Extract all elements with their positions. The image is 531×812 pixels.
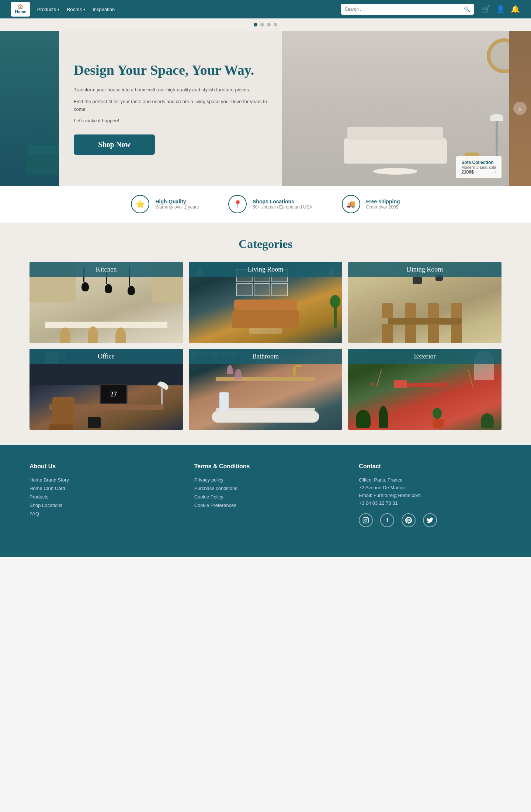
footer-terms-title: Terms & Conditions [194,463,337,470]
footer-link-shop-locations[interactable]: Shop Locations [30,503,172,508]
chevron-down-icon: ▾ [83,7,85,11]
shipping-icon: 🚚 [342,195,360,213]
navbar: 🏠 Home Products ▾ Rooms ▾ Inspiration 🔍 … [0,0,531,18]
nav-links: Products ▾ Rooms ▾ Inspiration [37,7,334,12]
footer-about-col: About Us Home Brand Story Home Club Card… [30,463,172,527]
svg-rect-0 [363,518,369,523]
feature-locations-sub: 50+ shops in Europe and USA [253,204,312,210]
social-pinterest-icon[interactable] [402,513,416,527]
category-card-dining[interactable]: Dining Room [348,262,502,343]
categories-title: Categories [30,237,502,251]
footer-link-privacy[interactable]: Privacy policy [194,477,337,483]
category-label-office: Office [30,349,183,364]
social-facebook-icon[interactable]: f [380,513,394,527]
sofa-card-arrow-icon[interactable]: › [495,170,496,174]
hero-section: Design Your Space, Your Way. Transform y… [0,31,531,186]
feature-shipping-title: Free shipping [366,199,400,204]
footer-link-faq[interactable]: FAQ [30,511,172,517]
location-icon: 📍 [228,195,247,213]
feature-quality-sub: Warranty over 2 years [155,204,199,210]
hero-text-panel: Design Your Space, Your Way. Transform y… [59,31,282,186]
category-label-dining: Dining Room [348,262,502,277]
footer-grid: About Us Home Brand Story Home Club Card… [30,463,502,527]
category-label-bathroom: Bathroom [189,349,342,364]
search-bar: 🔍 [341,4,474,15]
category-card-office[interactable]: 27 Office [30,349,183,430]
sofa-product-card[interactable]: Sofa Collection Modern 3-seat sofa 2100$… [456,156,502,178]
svg-point-1 [365,519,367,521]
social-instagram-icon[interactable] [359,513,373,527]
category-label-living: Living Room [189,262,342,277]
category-card-kitchen[interactable]: Kitchen [30,262,183,343]
mirror-circle-1 [487,38,509,73]
logo-icon: 🏠 [18,4,23,9]
footer-link-brand-story[interactable]: Home Brand Story [30,477,172,483]
nav-products[interactable]: Products ▾ [37,7,59,12]
account-icon[interactable]: 👤 [496,5,505,14]
footer-terms-col: Terms & Conditions Privacy policy Purcha… [194,463,337,527]
hero-main-image: Sofa Collection Modern 3-seat sofa 2100$… [282,31,509,186]
nav-icons: 🛒 👤 🔔 [481,5,520,14]
hero-content: Design Your Space, Your Way. Transform y… [0,31,531,186]
hero-main-sofa [344,138,447,164]
search-input[interactable] [345,7,464,12]
footer-contact-phone: +3 04 03 22 78 31 [359,500,502,506]
search-icon: 🔍 [464,6,470,13]
categories-grid: Kitchen [30,262,502,430]
social-twitter-icon[interactable] [423,513,437,527]
chevron-down-icon: ▾ [58,7,59,11]
hero-title: Design Your Space, Your Way. [74,62,267,79]
hero-subtitle-2: Find the perfect fit for your taste and … [74,98,267,113]
nav-rooms[interactable]: Rooms ▾ [67,7,85,12]
carousel-dot-2[interactable] [260,23,264,27]
shop-now-button[interactable]: Shop Now [74,134,155,155]
hero-tagline: Let's make it happen! [74,118,267,123]
hero-coffee-table [373,168,417,175]
footer: About Us Home Brand Story Home Club Card… [0,445,531,557]
hero-left-image [0,31,59,186]
footer-link-purchase[interactable]: Purchase conditions [194,486,337,491]
footer-link-club-card[interactable]: Home Club Card [30,486,172,491]
footer-contact-col: Contact Office: Paris, France 72 Avenue … [359,463,502,527]
feature-shipping: 🚚 Free shipping Order over 200$ [342,195,400,213]
footer-link-cookie-policy[interactable]: Cookie Policy [194,494,337,500]
feature-shipping-sub: Order over 200$ [366,204,400,210]
category-card-exterior[interactable]: Exterior [348,349,502,430]
social-icons-row: f [359,513,502,527]
footer-contact-title: Contact [359,463,502,470]
footer-link-products[interactable]: Products [30,494,172,500]
categories-section: Categories Kitchen [0,223,531,445]
features-bar: ⭐ High-Quality Warranty over 2 years 📍 S… [0,186,531,223]
feature-locations: 📍 Shops Locations 50+ shops in Europe an… [228,195,312,213]
quality-icon: ⭐ [131,195,149,213]
svg-point-2 [367,518,368,519]
category-label-kitchen: Kitchen [30,262,183,277]
sofa-card-title: Sofa Collection [461,160,496,165]
hero-next-arrow[interactable]: › [513,102,527,115]
footer-contact-office: Office: Paris, France [359,477,502,483]
carousel-dot-3[interactable] [267,23,271,27]
carousel-dots [0,18,531,31]
logo[interactable]: 🏠 Home [11,2,30,17]
carousel-dot-1[interactable] [254,23,257,27]
hero-subtitle-1: Transform your house into a home with ou… [74,86,267,94]
cart-icon[interactable]: 🛒 [481,5,490,14]
sofa-card-subtitle: Modern 3-seat sofa [461,165,496,169]
footer-contact-email: Email: Furniture@Home.com [359,493,502,498]
category-card-bathroom[interactable]: Bathroom [189,349,342,430]
footer-contact-address: 72 Avenue De Marlioz [359,485,502,490]
hero-sofa-preview [26,153,59,175]
sofa-card-price: 2100$ [461,169,473,175]
feature-quality-title: High-Quality [155,199,199,204]
category-card-living[interactable]: Living Room [189,262,342,343]
logo-text: Home [15,9,26,14]
feature-quality: ⭐ High-Quality Warranty over 2 years [131,195,199,213]
footer-link-cookie-prefs[interactable]: Cookie Preferences [194,503,337,508]
nav-inspiration[interactable]: Inspiration [93,7,115,12]
carousel-dot-4[interactable] [274,23,277,27]
feature-locations-title: Shops Locations [253,199,312,204]
notifications-icon[interactable]: 🔔 [511,5,520,14]
hero-right-image: › [509,31,531,186]
footer-about-title: About Us [30,463,172,470]
category-label-exterior: Exterior [348,349,502,364]
